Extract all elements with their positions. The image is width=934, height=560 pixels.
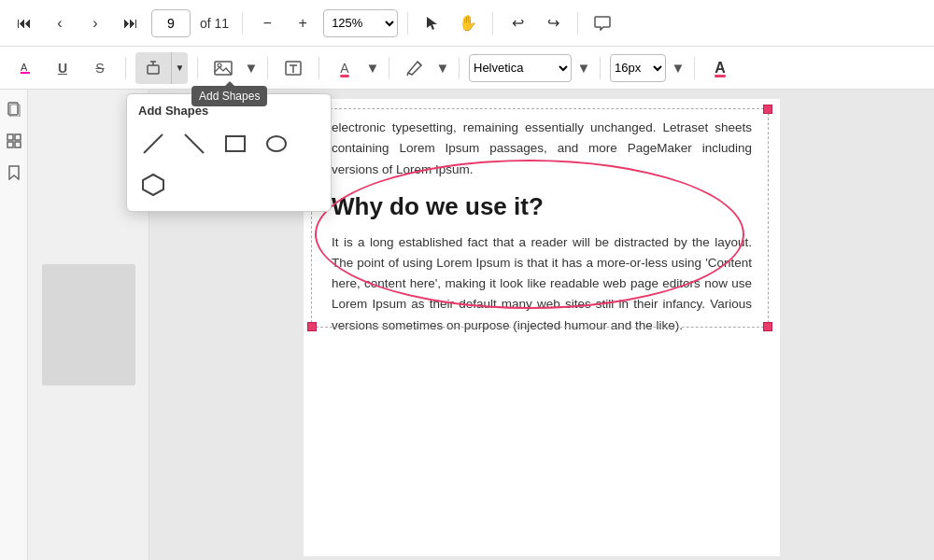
- handle-bottom-left[interactable]: [307, 322, 317, 331]
- pen-dropdown[interactable]: ▼: [436, 52, 449, 84]
- shape-diagonal[interactable]: [177, 127, 211, 161]
- toolbar-second: A U S ▼ Add Shapes: [0, 47, 934, 90]
- document-heading: Why do we use it?: [332, 191, 752, 223]
- font-size-select[interactable]: 16px 12px 14px 18px 24px: [610, 54, 666, 82]
- undo-button[interactable]: ↩: [502, 8, 532, 38]
- zoom-select[interactable]: 125% 100% 75% 150% 200%: [323, 9, 398, 37]
- font-color-button[interactable]: A: [704, 52, 736, 84]
- page-area: electronic typesetting, remaining essent…: [304, 99, 780, 556]
- font-color-icon: A: [715, 60, 726, 77]
- shapes-btn-container: ▼ Add Shapes: [135, 52, 188, 84]
- divider-11: [600, 57, 601, 79]
- shapes-dropdown-arrow[interactable]: ▼: [171, 52, 188, 84]
- font-family-select[interactable]: Helvetica Arial Times New Roman: [469, 54, 572, 82]
- strikethrough-button[interactable]: S: [84, 52, 116, 84]
- redo-button[interactable]: ↪: [538, 8, 568, 38]
- divider-12: [694, 57, 695, 79]
- add-shapes-button[interactable]: [135, 52, 171, 84]
- prev-page-button[interactable]: ‹: [45, 8, 75, 38]
- fontsize-dropdown-arrow[interactable]: ▼: [672, 52, 685, 84]
- svg-marker-9: [143, 175, 163, 195]
- page-of-label: of 11: [200, 16, 229, 31]
- text-color-button[interactable]: A: [329, 52, 361, 84]
- comment-button[interactable]: [587, 8, 617, 38]
- text-color-dropdown[interactable]: ▼: [366, 52, 379, 84]
- pre-heading-text: electronic typesetting, remaining essent…: [332, 118, 752, 180]
- divider-10: [459, 57, 460, 79]
- svg-rect-3: [148, 65, 159, 74]
- handle-bottom-right[interactable]: [763, 322, 772, 331]
- left-sidebar: [0, 90, 28, 560]
- page-thumbnail: [42, 264, 135, 385]
- text-highlight-button[interactable]: A: [9, 52, 41, 84]
- svg-line-6: [185, 134, 204, 153]
- image-dropdown-arrow[interactable]: ▼: [245, 52, 258, 84]
- divider-8: [318, 57, 319, 79]
- next-page-button[interactable]: ›: [80, 8, 110, 38]
- last-page-button[interactable]: ⏭: [116, 8, 146, 38]
- svg-point-8: [267, 136, 286, 151]
- divider-9: [389, 57, 389, 79]
- svg-text:A: A: [21, 62, 28, 73]
- document-body-text: It is a long established fact that a rea…: [332, 232, 752, 336]
- text-color-icon: A: [340, 61, 348, 76]
- divider-3: [492, 12, 493, 35]
- divider-7: [267, 57, 268, 79]
- first-page-button[interactable]: ⏮: [9, 8, 39, 38]
- divider-4: [577, 12, 578, 35]
- hand-tool-button[interactable]: ✋: [453, 8, 483, 38]
- svg-rect-21: [7, 142, 13, 147]
- svg-rect-19: [7, 134, 13, 140]
- font-dropdown-arrow[interactable]: ▼: [577, 52, 590, 84]
- svg-rect-22: [15, 142, 21, 147]
- shape-rectangle[interactable]: [219, 127, 252, 161]
- divider-6: [197, 57, 198, 79]
- strikethrough-icon: S: [95, 61, 104, 76]
- underline-icon: U: [58, 61, 67, 76]
- text-box-button[interactable]: [277, 52, 309, 84]
- sidebar-thumbnails-icon[interactable]: [4, 131, 24, 151]
- sidebar-pages-icon[interactable]: [4, 99, 24, 119]
- svg-rect-20: [15, 134, 21, 140]
- divider-5: [125, 57, 126, 79]
- shape-line[interactable]: [136, 127, 170, 161]
- svg-rect-7: [226, 136, 245, 151]
- cursor-tool-button[interactable]: [417, 8, 447, 38]
- underline-button[interactable]: U: [47, 52, 78, 84]
- toolbar-top: ⏮ ‹ › ⏭ 9 of 11 − + 125% 100% 75% 150% 2…: [0, 0, 934, 47]
- svg-marker-0: [427, 17, 437, 30]
- shape-polygon[interactable]: [136, 168, 170, 202]
- shape-ellipse[interactable]: [260, 127, 293, 161]
- sidebar-bookmark-icon[interactable]: [4, 162, 24, 183]
- divider-2: [407, 12, 408, 35]
- zoom-in-button[interactable]: +: [288, 8, 318, 38]
- shapes-tooltip: Add Shapes: [191, 86, 267, 106]
- shapes-grid: [136, 127, 321, 202]
- svg-line-5: [144, 134, 163, 153]
- insert-image-button[interactable]: [207, 52, 239, 84]
- svg-rect-10: [215, 62, 232, 75]
- zoom-out-button[interactable]: −: [252, 8, 282, 38]
- svg-line-16: [407, 73, 408, 76]
- page-number-input[interactable]: 9: [151, 9, 191, 37]
- shapes-dropdown: Add Shapes: [126, 93, 332, 212]
- divider-1: [242, 12, 243, 35]
- pen-tool-button[interactable]: [399, 52, 431, 84]
- handle-top-right[interactable]: [763, 105, 772, 114]
